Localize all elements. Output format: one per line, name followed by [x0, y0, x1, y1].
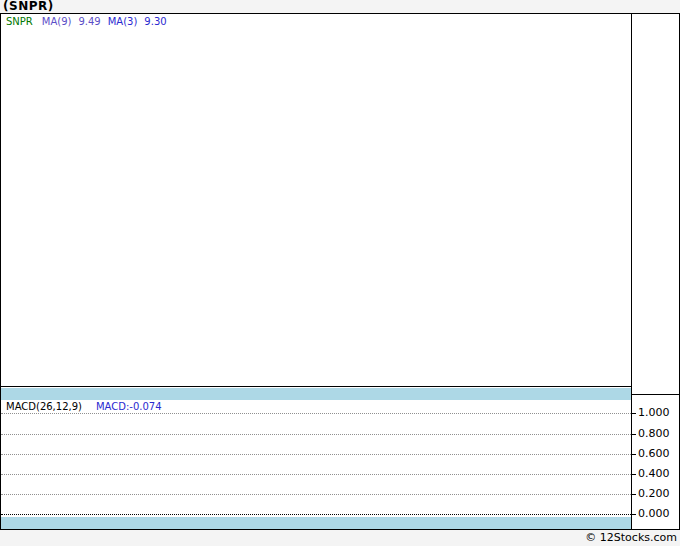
macd-axis-tick: 0.800 [632, 428, 670, 440]
ma3-value: 9.30 [144, 16, 166, 27]
tick-mark [632, 474, 636, 475]
tick-label: 0.400 [638, 468, 670, 480]
copyright: © 12Stocks.com [585, 531, 677, 545]
tick-mark [632, 454, 636, 455]
macd-axis-tick: 0.200 [632, 488, 670, 500]
tick-mark [632, 434, 636, 435]
price-legend: SNPRMA(9)9.49MA(3)9.30 [6, 16, 174, 28]
gridline-0.400 [1, 474, 631, 475]
macd-axis-tick: 0.400 [632, 468, 670, 480]
macd-axis-tick: 1.000 [632, 407, 670, 419]
gridline-0.600 [1, 454, 631, 455]
tick-mark [632, 413, 636, 414]
tick-label: 0.600 [638, 448, 670, 460]
ma3-label: MA(3) [108, 16, 138, 27]
tick-label: 1.000 [638, 407, 670, 419]
chart-frame: SNPRMA(9)9.49MA(3)9.30 MACD(26,12,9)MACD… [0, 13, 680, 530]
ma9-label: MA(9) [42, 16, 72, 27]
macd-axis-tick: 0.600 [632, 448, 670, 460]
separator-band-bottom [1, 517, 631, 529]
tick-mark [632, 494, 636, 495]
gridline-1.000 [1, 413, 631, 414]
macd-axis-tick: 0.000 [632, 508, 670, 520]
gridline-zero [1, 514, 631, 515]
tick-label: 0.800 [638, 428, 670, 440]
gridline-0.800 [1, 434, 631, 435]
ticker-symbol: SNPR [6, 16, 33, 27]
price-axis [632, 14, 679, 395]
gridline-0.200 [1, 494, 631, 495]
price-chart-panel: SNPRMA(9)9.49MA(3)9.30 [1, 14, 631, 387]
page-title: (SNPR) [3, 0, 54, 13]
ma9-value: 9.49 [78, 16, 100, 27]
right-axis-column: 1.000 0.800 0.600 0.400 0.200 0.000 [632, 14, 679, 529]
tick-label: 0.000 [638, 508, 670, 520]
macd-label: MACD(26,12,9) [6, 401, 82, 412]
macd-legend: MACD(26,12,9)MACD:-0.074 [6, 401, 162, 413]
separator-band-top [1, 388, 631, 400]
tick-mark [632, 514, 636, 515]
macd-value: MACD:-0.074 [96, 401, 162, 412]
macd-chart-panel: MACD(26,12,9)MACD:-0.074 [1, 400, 631, 529]
tick-label: 0.200 [638, 488, 670, 500]
